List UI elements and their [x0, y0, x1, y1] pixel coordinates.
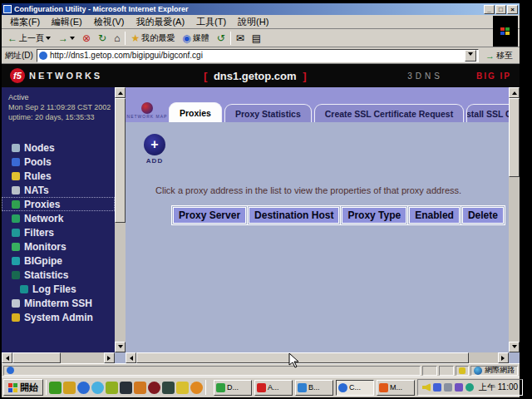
scroll-down-button[interactable] [115, 342, 126, 352]
task-button-3[interactable]: B... [295, 380, 333, 396]
col-proxy-type[interactable]: Proxy Type [342, 207, 406, 224]
sidebar-item-rules[interactable]: Rules [2, 169, 115, 183]
quick-launch-icon-1[interactable] [49, 382, 62, 394]
address-url[interactable]: http://dns1.getop.com/bigipgui/bigconf.c… [50, 51, 465, 60]
display-icon[interactable] [444, 383, 452, 392]
favorites-button[interactable]: ★ 我的最愛 [128, 32, 177, 45]
sidebar-item-log-files[interactable]: Log Files [2, 282, 115, 296]
scrollbar-thumb[interactable] [136, 352, 469, 363]
quick-launch-icon-3[interactable] [77, 382, 90, 394]
quick-launch-icon-11[interactable] [190, 382, 203, 394]
quick-launch-icon-4[interactable] [91, 382, 104, 394]
sidebar-item-monitors[interactable]: Monitors [2, 239, 115, 254]
go-button[interactable]: → 移至 [482, 49, 516, 62]
col-destination-host[interactable]: Destination Host [249, 207, 339, 224]
minimize-button[interactable]: _ [484, 5, 495, 14]
sidebar-item-system-admin[interactable]: System Admin [2, 310, 115, 324]
scroll-left-button[interactable] [126, 352, 136, 363]
print-button[interactable]: ▤ [249, 32, 264, 44]
refresh-button[interactable]: ↻ [96, 32, 109, 44]
sidebar-horizontal-scrollbar[interactable] [2, 352, 115, 363]
menu-view[interactable]: 檢視(V) [89, 15, 130, 29]
address-input[interactable]: http://dns1.getop.com/bigipgui/bigconf.c… [37, 49, 479, 62]
quick-launch-icon-5[interactable] [106, 382, 118, 394]
task-button-5[interactable]: M... [377, 380, 415, 396]
tab-proxy-statistics[interactable]: Proxy Statistics [224, 104, 312, 122]
quick-launch-icon-7[interactable] [134, 382, 146, 394]
volume-icon[interactable] [422, 383, 431, 392]
menu-edit[interactable]: 編輯(E) [47, 15, 87, 29]
scrollbar-thumb[interactable] [115, 98, 126, 223]
back-button[interactable]: ← 上一頁 [5, 32, 53, 45]
sidebar-item-pools[interactable]: Pools [2, 155, 115, 169]
col-enabled[interactable]: Enabled [409, 207, 460, 224]
quick-launch-icon-10[interactable] [176, 382, 189, 394]
sidebar-item-network[interactable]: Network [2, 211, 115, 225]
taskbar-divider [46, 380, 47, 395]
taskbar-clock[interactable]: 上午 11:00 [479, 382, 518, 393]
sidebar-item-proxies[interactable]: Proxies [2, 197, 115, 211]
windows-logo-icon [8, 383, 17, 392]
sidebar-item-nodes[interactable]: Nodes [2, 140, 115, 155]
scroll-right-button[interactable] [104, 352, 115, 363]
sidebar-item-mindterm-ssh[interactable]: Mindterm SSH [2, 296, 115, 310]
sidebar-item-nats[interactable]: NATs [2, 183, 115, 197]
main-vertical-scrollbar[interactable] [509, 87, 520, 352]
forward-dropdown-icon[interactable] [70, 37, 75, 42]
add-button[interactable]: + [144, 134, 165, 155]
sidebar-item-bigpipe[interactable]: BIGpipe [2, 254, 115, 268]
add-proxy-control[interactable]: + ADD [144, 134, 165, 165]
arrow-right-icon [501, 356, 507, 361]
close-button[interactable]: × [507, 5, 518, 14]
address-dropdown-button[interactable] [465, 50, 476, 62]
quick-launch-icon-8[interactable] [148, 382, 160, 394]
task-button-label: D... [227, 383, 239, 392]
menu-tools[interactable]: 工具(T) [191, 15, 231, 29]
quick-launch-icon-6[interactable] [120, 382, 132, 394]
tray-icon-3[interactable] [466, 383, 474, 392]
quick-launch-bar [49, 382, 203, 394]
scroll-left-button[interactable] [2, 352, 12, 363]
scroll-right-button[interactable] [498, 352, 509, 363]
scroll-up-button[interactable] [509, 87, 520, 98]
scroll-up-button[interactable] [115, 87, 126, 98]
tab-create-ssl-certificate-request[interactable]: Create SSL Certificate Request [314, 104, 464, 122]
network-map-button[interactable]: NETWORK MAP [126, 102, 169, 122]
proxies-icon [12, 200, 20, 209]
scroll-down-button[interactable] [509, 342, 520, 352]
col-delete[interactable]: Delete [462, 207, 504, 224]
menu-file[interactable]: 檔案(F) [5, 15, 45, 29]
menu-favorites[interactable]: 我的最愛(A) [131, 15, 190, 29]
back-dropdown-icon[interactable] [46, 37, 51, 42]
main-horizontal-scrollbar[interactable] [126, 352, 509, 363]
stop-button[interactable]: ⊗ [80, 32, 93, 44]
col-proxy-server[interactable]: Proxy Server [173, 207, 246, 224]
address-label: 網址(D) [5, 50, 33, 62]
menu-help[interactable]: 說明(H) [233, 15, 273, 29]
status-datetime: Mon Sep 2 11:09:28 CST 2002 [8, 102, 111, 112]
history-button[interactable]: ↺ [214, 32, 228, 44]
add-button-label: ADD [144, 157, 165, 165]
history-icon: ↺ [217, 33, 225, 43]
task-button-2[interactable]: A... [254, 380, 293, 396]
start-button[interactable]: 開始 [3, 379, 43, 396]
mail-button[interactable]: ✉ [234, 32, 247, 44]
quick-launch-icon-2[interactable] [63, 382, 76, 394]
sidebar-item-filters[interactable]: Filters [2, 225, 115, 239]
scrollbar-thumb[interactable] [12, 352, 61, 363]
tray-icon-2[interactable] [455, 383, 463, 392]
network-map-label: NETWORK MAP [126, 114, 169, 119]
tab-proxies[interactable]: Proxies [169, 102, 222, 122]
maximize-button[interactable]: □ [495, 5, 506, 14]
quick-launch-icon-9[interactable] [162, 382, 175, 394]
task-button-4-active[interactable]: C... [336, 380, 374, 396]
sidebar-vertical-scrollbar[interactable] [115, 87, 126, 352]
task-button-1[interactable]: D... [214, 380, 252, 396]
home-button[interactable]: ⌂ [111, 32, 122, 44]
media-button[interactable]: ◉ 媒體 [180, 32, 211, 45]
sidebar-item-statistics[interactable]: Statistics [2, 268, 115, 282]
ie-window-icon [3, 5, 12, 13]
scrollbar-thumb[interactable] [509, 98, 520, 177]
forward-button[interactable]: → [56, 32, 77, 44]
tray-icon-1[interactable] [433, 383, 441, 392]
